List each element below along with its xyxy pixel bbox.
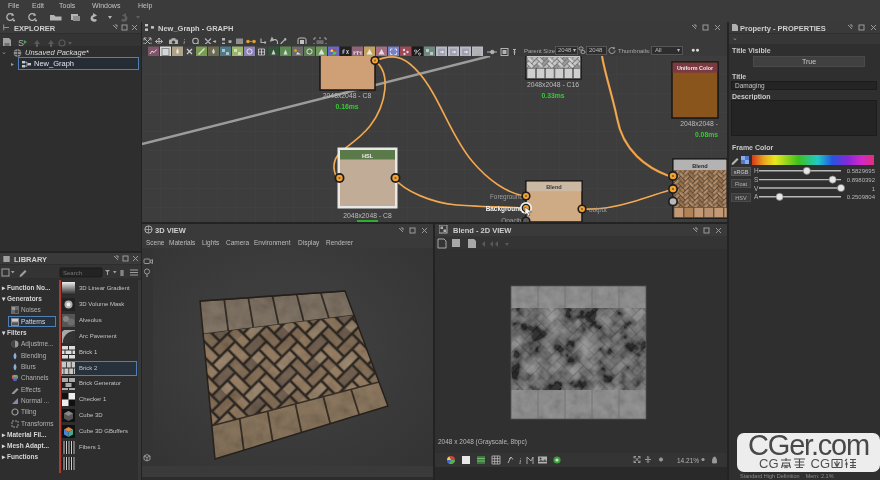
svg-text:0.16ms: 0.16ms — [335, 103, 358, 110]
svg-text:2048x2048 - C16: 2048x2048 - C16 — [527, 81, 579, 88]
svg-text:0.5829695: 0.5829695 — [847, 168, 876, 174]
svg-text:i: i — [519, 456, 522, 466]
svg-text:2048x2048 -: 2048x2048 - — [680, 120, 718, 127]
svg-text:0.2509804: 0.2509804 — [847, 194, 876, 200]
svg-text:A: A — [754, 193, 759, 200]
svg-text:S: S — [754, 176, 759, 183]
svg-text:2048x2048 - C8: 2048x2048 - C8 — [323, 92, 372, 99]
svg-text:Background: Background — [486, 205, 523, 213]
svg-text:0.8980392: 0.8980392 — [847, 177, 876, 183]
svg-text:14.21%: 14.21% — [677, 457, 699, 464]
svg-text:0.33ms: 0.33ms — [541, 92, 564, 99]
svg-text:S: S — [18, 38, 24, 48]
svg-text:1: 1 — [872, 186, 876, 192]
svg-text:2048x2048 - C8: 2048x2048 - C8 — [343, 212, 392, 219]
svg-text:output: output — [589, 206, 607, 214]
svg-text:Search: Search — [63, 270, 82, 276]
svg-text:HSL: HSL — [362, 153, 374, 159]
svg-text:0.08ms: 0.08ms — [695, 131, 718, 138]
svg-text:V: V — [754, 185, 759, 192]
svg-text:Uniform Color: Uniform Color — [677, 65, 714, 71]
svg-text:Blend: Blend — [546, 184, 562, 190]
svg-text:Foreground: Foreground — [490, 193, 523, 201]
svg-text:H: H — [754, 167, 759, 174]
svg-text:Blend: Blend — [692, 163, 708, 169]
